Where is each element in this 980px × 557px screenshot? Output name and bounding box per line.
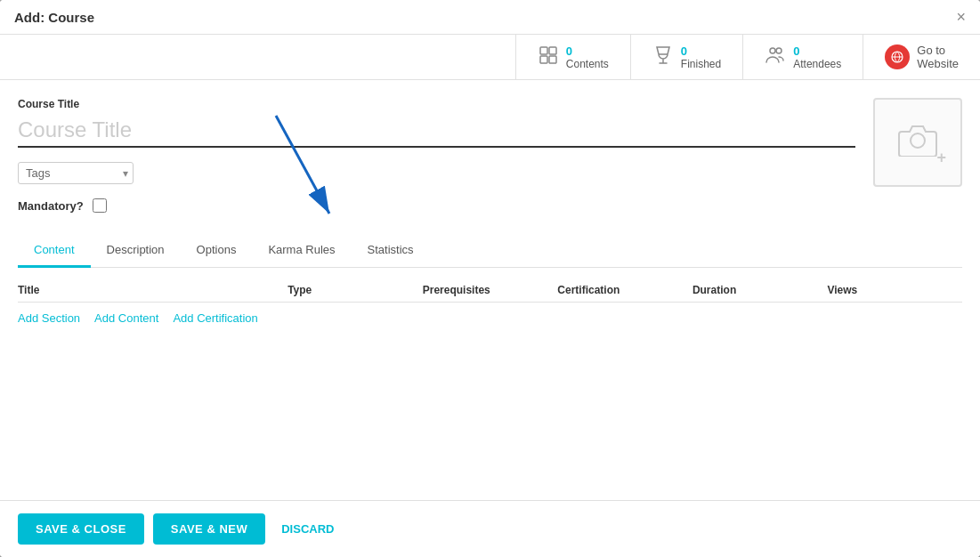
tabs-list: Content Description Options Karma Rules … (18, 234, 962, 267)
stat-attendees[interactable]: 0 Attendees (742, 35, 863, 79)
contents-label: Contents (566, 58, 609, 70)
finished-count: 0 (681, 44, 687, 58)
contents-icon (538, 44, 559, 70)
modal-title: Add: Course (14, 10, 94, 25)
svg-rect-3 (549, 56, 556, 63)
save-close-button[interactable]: SAVE & CLOSE (18, 513, 144, 545)
modal-body: Course Title Tags Mandatory? (0, 80, 980, 500)
attendees-icon (765, 44, 786, 70)
camera-plus-icon: + (936, 149, 946, 167)
contents-info: 0 Contents (566, 44, 609, 70)
course-title-label: Course Title (18, 98, 855, 110)
save-new-button[interactable]: SAVE & NEW (153, 513, 265, 545)
camera-icon (896, 131, 939, 163)
stats-bar: 0 Contents 0 Finished (0, 35, 980, 80)
col-title: Title (18, 284, 288, 296)
svg-point-9 (911, 133, 925, 148)
attendees-label: Attendees (793, 58, 841, 70)
globe-icon (885, 44, 910, 69)
tab-statistics[interactable]: Statistics (352, 234, 430, 268)
close-button[interactable]: × (956, 9, 966, 25)
tab-description[interactable]: Description (91, 234, 181, 268)
mandatory-row: Mandatory? (18, 198, 855, 213)
tags-row: Tags (18, 162, 855, 184)
form-row: Course Title Tags Mandatory? (18, 98, 962, 213)
svg-rect-1 (549, 47, 556, 54)
stats-spacer (0, 35, 515, 79)
tabs-section: Content Description Options Karma Rules … (18, 234, 962, 268)
tab-options[interactable]: Options (181, 234, 253, 268)
stat-contents[interactable]: 0 Contents (515, 35, 630, 79)
add-certification-link[interactable]: Add Certification (173, 311, 257, 325)
mandatory-label: Mandatory? (18, 199, 84, 213)
tags-wrapper: Tags (18, 162, 134, 184)
tab-karma-rules[interactable]: Karma Rules (252, 234, 351, 268)
tab-content[interactable]: Content (18, 234, 91, 268)
mandatory-checkbox[interactable] (93, 198, 107, 213)
image-placeholder[interactable]: + (873, 98, 962, 187)
modal-footer: SAVE & CLOSE SAVE & NEW DISCARD (0, 500, 980, 557)
form-main: Course Title Tags Mandatory? (18, 98, 855, 213)
go-to-website-button[interactable]: Go to Website (863, 35, 980, 79)
contents-count: 0 (566, 44, 572, 58)
svg-rect-2 (540, 56, 547, 63)
table-header: Title Type Prerequisites Certification D… (18, 278, 962, 303)
svg-point-4 (770, 48, 775, 53)
svg-rect-0 (540, 47, 547, 54)
stat-finished[interactable]: 0 Finished (630, 35, 742, 79)
modal-overlay: Add: Course × 0 Contents (0, 0, 980, 557)
go-to-website-label: Go to Website (917, 44, 959, 70)
tags-select[interactable]: Tags (18, 162, 134, 184)
modal-header: Add: Course × (0, 0, 980, 35)
add-section-link[interactable]: Add Section (18, 311, 80, 325)
col-duration: Duration (692, 284, 828, 296)
camera-icon-wrapper: + (896, 121, 939, 164)
modal: Add: Course × 0 Contents (0, 0, 980, 557)
col-prerequisites: Prerequisites (423, 284, 558, 296)
attendees-info: 0 Attendees (793, 44, 841, 70)
col-type: Type (288, 284, 423, 296)
content-table: Title Type Prerequisites Certification D… (18, 278, 962, 334)
attendees-count: 0 (793, 44, 799, 58)
table-actions: Add Section Add Content Add Certificatio… (18, 303, 962, 334)
finished-info: 0 Finished (681, 44, 721, 70)
svg-point-5 (776, 48, 782, 53)
col-certification: Certification (557, 284, 692, 296)
col-views: Views (827, 284, 962, 296)
discard-button[interactable]: DISCARD (274, 513, 341, 545)
finished-icon (652, 44, 674, 70)
finished-label: Finished (681, 58, 721, 70)
add-content-link[interactable]: Add Content (94, 311, 158, 325)
course-title-input[interactable] (18, 114, 855, 148)
